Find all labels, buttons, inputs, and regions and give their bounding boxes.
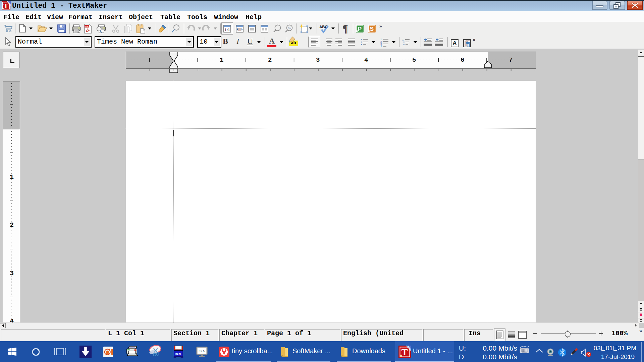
svg-text:S: S: [370, 26, 374, 32]
svg-text:%: %: [288, 26, 291, 30]
svg-text:S>G: S>G: [199, 349, 206, 353]
svg-text:4: 4: [380, 44, 382, 47]
svg-text:PDF: PDF: [85, 25, 89, 27]
svg-text:MAIL: MAIL: [175, 353, 182, 356]
svg-text:T: T: [401, 347, 408, 357]
svg-text:P: P: [358, 26, 362, 32]
svg-text:1:1: 1:1: [225, 28, 230, 32]
svg-text:1: 1: [402, 38, 404, 41]
